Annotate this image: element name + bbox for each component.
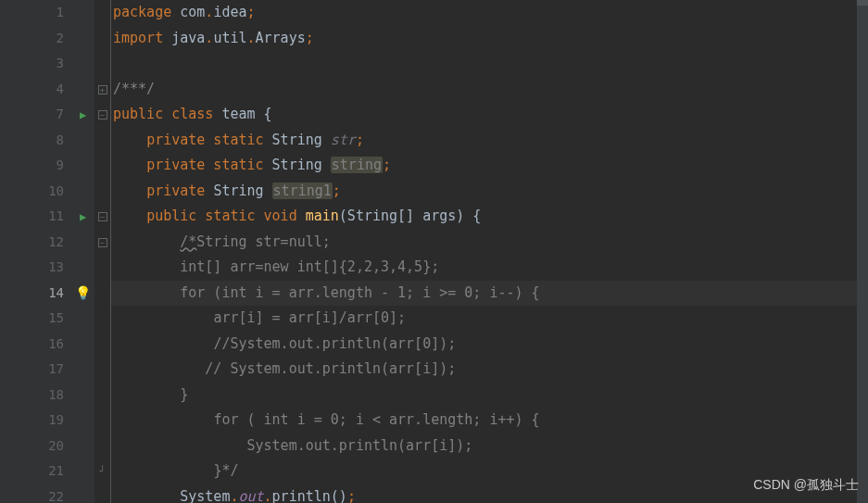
line-number: 10 bbox=[20, 179, 64, 205]
fold-end-icon: ┘ bbox=[99, 465, 106, 477]
code-line[interactable]: import java.util.Arrays; bbox=[110, 26, 868, 52]
line-number: 15 bbox=[20, 306, 64, 332]
code-line[interactable]: for ( int i = 0; i < arr.length; i++) { bbox=[110, 408, 868, 434]
code-line[interactable]: private static String string; bbox=[110, 153, 868, 179]
run-icon[interactable]: ▶ bbox=[80, 205, 86, 231]
scrollbar-marker bbox=[857, 0, 868, 6]
code-line[interactable]: System.out.println(arr[i]); bbox=[110, 434, 868, 459]
code-line[interactable]: }*/ bbox=[110, 459, 868, 484]
line-number: 9 bbox=[20, 153, 64, 179]
line-number: 14 bbox=[20, 281, 64, 307]
vertical-scrollbar[interactable] bbox=[857, 0, 868, 503]
code-line[interactable]: arr[i] = arr[i]/arr[0]; bbox=[110, 306, 868, 332]
unused-warning-highlight: string1 bbox=[272, 182, 333, 199]
code-area[interactable]: package com.idea;import java.util.Arrays… bbox=[110, 0, 868, 503]
line-number: 17 bbox=[20, 357, 64, 383]
line-number: 21 bbox=[20, 459, 64, 484]
code-editor[interactable]: 123478910111213141516171819202122 ▶▶💡 +−… bbox=[0, 0, 868, 503]
code-line[interactable]: for (int i = arr.length - 1; i >= 0; i--… bbox=[110, 281, 868, 307]
fold-collapse-icon[interactable]: − bbox=[98, 212, 107, 221]
line-number: 12 bbox=[20, 230, 64, 256]
code-line[interactable]: /***/ bbox=[110, 77, 868, 103]
line-number: 13 bbox=[20, 255, 64, 281]
line-number: 19 bbox=[20, 408, 64, 434]
code-line[interactable]: } bbox=[110, 383, 868, 409]
line-number: 8 bbox=[20, 128, 64, 154]
fold-collapse-icon[interactable]: − bbox=[98, 238, 107, 247]
code-line[interactable]: // System.out.println(arr[i]); bbox=[110, 357, 868, 383]
line-number: 22 bbox=[20, 484, 64, 504]
code-line[interactable]: //System.out.println(arr[0]); bbox=[110, 332, 868, 358]
fold-expand-icon[interactable]: + bbox=[98, 85, 107, 94]
gutter-icon-strip: ▶▶💡 bbox=[71, 0, 94, 503]
code-line[interactable]: package com.idea; bbox=[110, 0, 868, 26]
fold-collapse-icon[interactable]: − bbox=[98, 110, 107, 119]
code-line[interactable]: int[] arr=new int[]{2,2,3,4,5}; bbox=[110, 255, 868, 281]
line-number: 20 bbox=[20, 434, 64, 459]
fold-strip: +−−−┘ bbox=[94, 0, 110, 503]
code-line[interactable]: private static String str; bbox=[110, 128, 868, 154]
line-number: 2 bbox=[20, 26, 64, 52]
code-line[interactable]: System.out.println(); bbox=[110, 484, 868, 504]
line-number: 11 bbox=[20, 204, 64, 230]
line-number: 3 bbox=[20, 51, 64, 77]
code-line[interactable]: /*String str=null; bbox=[110, 230, 868, 256]
line-number-gutter: 123478910111213141516171819202122 bbox=[20, 0, 71, 503]
run-icon[interactable]: ▶ bbox=[80, 103, 86, 129]
intention-bulb-icon[interactable]: 💡 bbox=[75, 285, 91, 300]
code-line[interactable]: public class team { bbox=[110, 102, 868, 128]
unused-warning-highlight: string bbox=[331, 157, 383, 173]
code-line[interactable]: public static void main(String[] args) { bbox=[110, 204, 868, 230]
line-number: 16 bbox=[20, 332, 64, 358]
code-line[interactable]: private String string1; bbox=[110, 179, 868, 205]
line-number: 18 bbox=[20, 383, 64, 409]
left-slab bbox=[0, 0, 20, 503]
line-number: 4 bbox=[20, 77, 64, 103]
line-number: 1 bbox=[20, 0, 64, 26]
code-line[interactable] bbox=[110, 51, 868, 77]
line-number: 7 bbox=[20, 102, 64, 128]
